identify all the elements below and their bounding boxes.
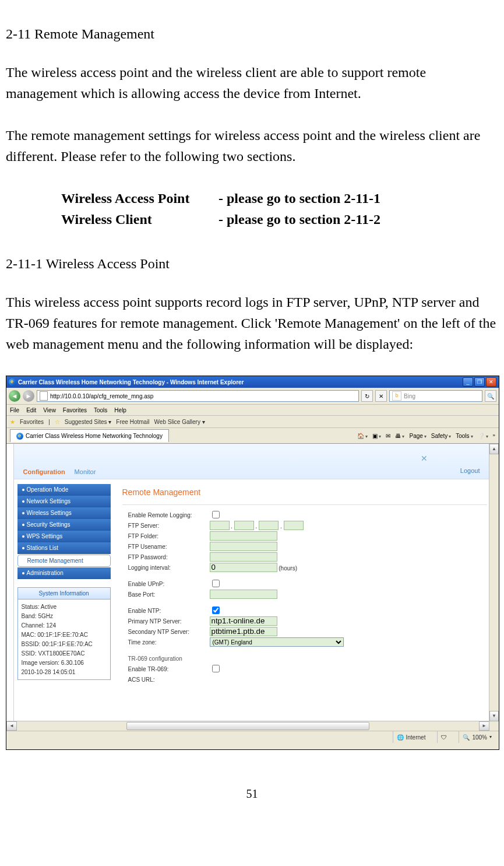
label-primary-ntp: Primary NTP Server: bbox=[128, 617, 210, 626]
page-menu[interactable]: Page bbox=[409, 432, 426, 440]
input-ftp-server-oct4[interactable] bbox=[284, 521, 304, 530]
input-ftp-folder[interactable] bbox=[210, 531, 277, 541]
stop-button[interactable]: ✕ bbox=[375, 390, 387, 402]
ref-target: - please go to section 2-11-1 bbox=[218, 188, 380, 209]
label-secondary-ntp: Secondary NTP Server: bbox=[128, 627, 210, 636]
forward-button[interactable]: ► bbox=[23, 390, 34, 402]
bing-icon: b bbox=[392, 391, 401, 401]
input-primary-ntp[interactable] bbox=[210, 616, 277, 626]
sidebar-item-operation-mode[interactable]: Operation Mode bbox=[17, 484, 111, 496]
scroll-down-button[interactable]: ▼ bbox=[489, 711, 499, 721]
tab-title: Carrier Class Wireless Home Networking T… bbox=[26, 432, 163, 440]
scroll-thumb[interactable] bbox=[126, 722, 369, 730]
internet-icon: 🌐 bbox=[397, 733, 404, 742]
input-ftp-server-oct3[interactable] bbox=[259, 521, 279, 530]
ref-target: - please go to section 2-11-2 bbox=[218, 209, 380, 230]
minimize-button[interactable]: _ bbox=[463, 377, 473, 387]
logout-link[interactable]: Logout bbox=[460, 466, 480, 476]
input-secondary-ntp[interactable] bbox=[210, 627, 277, 636]
maximize-button[interactable]: ❐ bbox=[474, 377, 485, 387]
search-input[interactable]: b Bing bbox=[389, 390, 482, 402]
label-tr069-section: TR-069 configuration bbox=[128, 654, 210, 663]
scroll-left-button[interactable]: ◄ bbox=[6, 721, 17, 731]
sidebar-item-remote-management[interactable]: Remote Management bbox=[17, 555, 111, 567]
menu-file[interactable]: File bbox=[10, 406, 19, 415]
horizontal-scrollbar[interactable]: ◄ ► bbox=[6, 721, 489, 731]
feeds-icon[interactable]: ▣ bbox=[372, 432, 381, 440]
tools-menu[interactable]: Tools bbox=[456, 432, 473, 440]
shield-icon: 🛡 bbox=[441, 733, 447, 742]
input-ftp-server-oct1[interactable] bbox=[210, 521, 230, 530]
sysinfo-channel: Channel: 124 bbox=[22, 621, 107, 630]
paragraph: This wireless access point supports reco… bbox=[6, 292, 498, 355]
close-button[interactable]: ✕ bbox=[486, 377, 496, 387]
search-button[interactable]: 🔍 bbox=[485, 390, 496, 402]
page-number: 51 bbox=[6, 785, 498, 802]
input-ftp-username[interactable] bbox=[210, 542, 277, 551]
sidebar: Operation Mode Network Settings Wireless… bbox=[14, 479, 111, 731]
sysinfo-bssid: BSSID: 00:1F:1F:EE:70:AC bbox=[22, 640, 107, 648]
input-ftp-password[interactable] bbox=[210, 552, 277, 562]
checkbox-enable-ntp[interactable] bbox=[212, 606, 220, 614]
tab-monitor[interactable]: Monitor bbox=[75, 467, 96, 477]
main-panel: Remote Management Enable Remote Logging:… bbox=[111, 479, 492, 731]
banner-close-icon[interactable]: ✕ bbox=[421, 453, 428, 465]
url-input[interactable]: http://10.0.0.10/ap/cfg_remote_mng.asp bbox=[37, 390, 359, 402]
menu-tools[interactable]: Tools bbox=[94, 406, 107, 415]
fav-suggested-sites[interactable]: Suggested Sites ▾ bbox=[65, 418, 112, 426]
add-favorite-icon[interactable]: ☆ bbox=[55, 418, 60, 426]
menu-favorites[interactable]: Favorites bbox=[63, 406, 87, 415]
checkbox-enable-tr069[interactable] bbox=[212, 665, 220, 672]
input-ftp-server-oct2[interactable] bbox=[234, 521, 254, 530]
back-button[interactable]: ◄ bbox=[9, 390, 20, 402]
label-ftp-username: FTP Usename: bbox=[128, 542, 210, 551]
label-time-zone: Time zone: bbox=[128, 638, 210, 647]
fav-free-hotmail[interactable]: Free Hotmail bbox=[116, 418, 149, 426]
tab-configuration[interactable]: Configuration bbox=[23, 467, 65, 477]
menu-edit[interactable]: Edit bbox=[26, 406, 36, 415]
favorites-star-icon[interactable]: ★ bbox=[10, 418, 15, 426]
sidebar-item-network-settings[interactable]: Network Settings bbox=[17, 496, 111, 507]
scroll-right-button[interactable]: ► bbox=[479, 721, 489, 731]
window-title: Carrier Class Wireless Home Networking T… bbox=[18, 378, 244, 387]
mail-icon[interactable]: ✉ bbox=[386, 432, 390, 440]
label-ftp-password: FTP Password: bbox=[128, 553, 210, 562]
scroll-up-button[interactable]: ▲ bbox=[489, 444, 499, 454]
checkbox-enable-upnp[interactable] bbox=[212, 580, 220, 587]
refresh-button[interactable]: ↻ bbox=[361, 390, 373, 402]
tab-bar: Carrier Class Wireless Home Networking T… bbox=[6, 428, 499, 444]
print-icon[interactable]: 🖶 bbox=[395, 432, 404, 440]
label-ftp-folder: FTP Folder: bbox=[128, 532, 210, 541]
home-icon[interactable]: 🏠 bbox=[357, 432, 368, 440]
system-information-panel: System Information Status: Active Band: … bbox=[17, 587, 111, 680]
label-hours: (hours) bbox=[279, 565, 297, 571]
label-ftp-server: FTP Server: bbox=[128, 521, 210, 530]
paragraph: The wireless access point and the wirele… bbox=[6, 62, 498, 104]
input-base-port[interactable] bbox=[210, 590, 277, 599]
sidebar-item-wps-settings[interactable]: WPS Settings bbox=[17, 531, 111, 542]
sidebar-item-wireless-settings[interactable]: Wireless Settings bbox=[17, 507, 111, 519]
menu-view[interactable]: View bbox=[43, 406, 56, 415]
menu-help[interactable]: Help bbox=[114, 406, 126, 415]
protected-mode: 🛡 bbox=[437, 731, 450, 743]
label-enable-tr069: Enable TR-069: bbox=[128, 665, 210, 674]
vertical-scrollbar[interactable]: ▲ ▼ bbox=[489, 444, 499, 731]
input-logging-interval[interactable] bbox=[210, 563, 277, 572]
section-heading: 2-11 Remote Management bbox=[6, 23, 498, 44]
checkbox-enable-remote-logging[interactable] bbox=[212, 511, 220, 518]
browser-tab[interactable]: Carrier Class Wireless Home Networking T… bbox=[10, 429, 169, 442]
sidebar-item-administration[interactable]: Administration bbox=[17, 567, 111, 579]
page-icon bbox=[40, 391, 48, 401]
favorites-bar: ★ Favorites | ☆ Suggested Sites ▾ Free H… bbox=[6, 416, 499, 428]
safety-menu[interactable]: Safety bbox=[431, 432, 451, 440]
label-acs-url: ACS URL: bbox=[128, 675, 210, 684]
url-text: http://10.0.0.10/ap/cfg_remote_mng.asp bbox=[50, 392, 153, 401]
sidebar-item-stations-list[interactable]: Stations List bbox=[17, 542, 111, 554]
help-icon[interactable]: ❔ bbox=[478, 432, 488, 440]
fav-web-slice[interactable]: Web Slice Gallery ▾ bbox=[154, 418, 205, 426]
zoom-control[interactable]: 🔍 100% ▾ bbox=[459, 731, 495, 743]
sidebar-item-security-settings[interactable]: Security Settings bbox=[17, 519, 111, 531]
select-time-zone[interactable]: (GMT) England bbox=[210, 637, 344, 647]
label-enable-upnp: Enable UPnP: bbox=[128, 580, 210, 588]
favorites-label[interactable]: Favorites bbox=[20, 418, 44, 426]
